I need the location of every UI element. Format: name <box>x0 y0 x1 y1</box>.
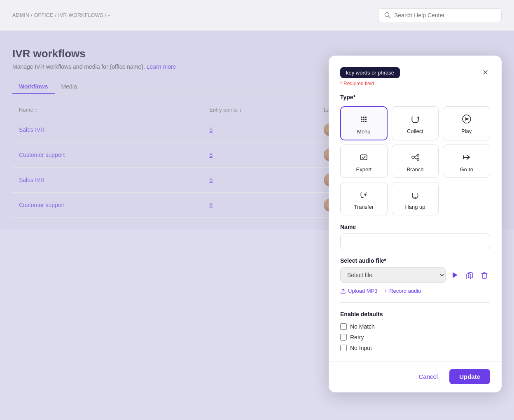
update-button[interactable]: Update <box>449 369 490 384</box>
checkbox-row-no-input: No Input <box>340 345 490 351</box>
type-option-transfer[interactable]: Transfer <box>340 182 388 215</box>
type-option-menu[interactable]: Menu <box>340 106 388 140</box>
play-icon <box>461 113 472 125</box>
svg-marker-21 <box>453 272 458 278</box>
delete-audio-button[interactable] <box>479 269 490 281</box>
no-input-label: No Input <box>350 345 372 351</box>
type-option-play[interactable]: Play <box>443 106 490 140</box>
type-label-go-to: Go-to <box>460 166 473 173</box>
svg-line-18 <box>414 156 417 157</box>
required-text: * Required field <box>340 81 490 86</box>
audio-actions: Upload MP3 + Record audio <box>340 288 490 294</box>
svg-rect-23 <box>467 274 471 279</box>
transfer-icon <box>358 189 369 201</box>
type-option-expert[interactable]: Expert <box>340 145 388 178</box>
type-option-go-to[interactable]: Go-to <box>443 145 490 178</box>
type-label-branch: Branch <box>407 166 423 173</box>
retry-label: Retry <box>350 334 364 341</box>
upload-mp3-button[interactable]: Upload MP3 <box>340 288 378 294</box>
checkbox-row-retry: Retry <box>340 334 490 341</box>
modal: key words or phrase ✕ * Required field T… <box>329 56 502 392</box>
svg-line-19 <box>414 158 417 159</box>
branch-icon <box>409 152 421 163</box>
svg-line-1 <box>389 16 390 18</box>
svg-point-3 <box>363 117 364 118</box>
top-bar: ADMIN / OFFICE / IVR WORKFLOWS / - <box>0 0 514 31</box>
name-field-label: Name <box>340 224 490 230</box>
type-label: Type* <box>340 94 490 100</box>
svg-point-17 <box>417 159 419 161</box>
copy-audio-button[interactable] <box>464 269 475 281</box>
type-option-branch[interactable]: Branch <box>392 145 439 178</box>
modal-footer: Cancel Update <box>329 361 502 392</box>
svg-rect-22 <box>468 273 472 278</box>
record-audio-button[interactable]: + Record audio <box>384 288 421 294</box>
close-button[interactable]: ✕ <box>481 67 490 78</box>
svg-point-9 <box>363 121 364 122</box>
audio-field-group: Select audio file* Select file <box>340 257 490 294</box>
select-row: Select file <box>340 267 490 283</box>
svg-point-15 <box>412 156 414 159</box>
collect-icon <box>409 113 421 125</box>
plus-icon: + <box>384 288 388 294</box>
type-label-menu: Menu <box>357 128 371 135</box>
enable-defaults-section: Enable defaults No Match Retry No Input <box>340 311 490 351</box>
type-option-collect[interactable]: Collect <box>392 106 439 140</box>
play-audio-button[interactable] <box>449 269 460 281</box>
modal-header: key words or phrase ✕ <box>340 67 490 78</box>
go-to-icon <box>461 152 472 163</box>
svg-rect-14 <box>360 155 367 160</box>
type-label-hang-up: Hang up <box>405 204 425 210</box>
enable-defaults-label: Enable defaults <box>340 311 490 317</box>
divider <box>340 302 490 303</box>
no-match-label: No Match <box>350 323 375 330</box>
retry-checkbox[interactable] <box>340 334 347 341</box>
menu-icon <box>358 114 369 125</box>
search-input[interactable] <box>394 12 495 19</box>
search-box[interactable] <box>378 8 502 22</box>
svg-point-8 <box>361 121 362 122</box>
type-label-expert: Expert <box>356 166 372 173</box>
breadcrumb: ADMIN / OFFICE / IVR WORKFLOWS / - <box>12 12 110 18</box>
type-label-transfer: Transfer <box>354 204 374 210</box>
svg-point-5 <box>361 119 362 120</box>
svg-point-7 <box>365 119 367 120</box>
type-grid: Menu Collect <box>340 106 490 215</box>
hang-up-icon <box>409 189 421 201</box>
svg-point-4 <box>365 117 367 118</box>
type-label-collect: Collect <box>407 128 423 134</box>
type-label-play: Play <box>461 128 472 134</box>
cancel-button[interactable]: Cancel <box>412 370 444 383</box>
no-input-checkbox[interactable] <box>340 345 347 351</box>
svg-point-6 <box>363 119 364 120</box>
svg-point-16 <box>417 154 419 156</box>
no-match-checkbox[interactable] <box>340 323 347 330</box>
type-option-hang-up[interactable]: Hang up <box>392 182 439 215</box>
name-input[interactable] <box>340 233 490 249</box>
svg-point-10 <box>365 121 367 122</box>
audio-field-label: Select audio file* <box>340 257 490 264</box>
svg-rect-24 <box>482 274 486 278</box>
expert-icon <box>358 152 369 163</box>
svg-point-2 <box>361 117 362 118</box>
tooltip-badge: key words or phrase <box>340 67 400 78</box>
file-select[interactable]: Select file <box>340 267 446 283</box>
main-content: IVR workflows Manage IVR workflows and m… <box>0 31 514 230</box>
name-field-group: Name <box>340 224 490 249</box>
checkbox-row-no-match: No Match <box>340 323 490 330</box>
search-icon <box>384 12 391 19</box>
